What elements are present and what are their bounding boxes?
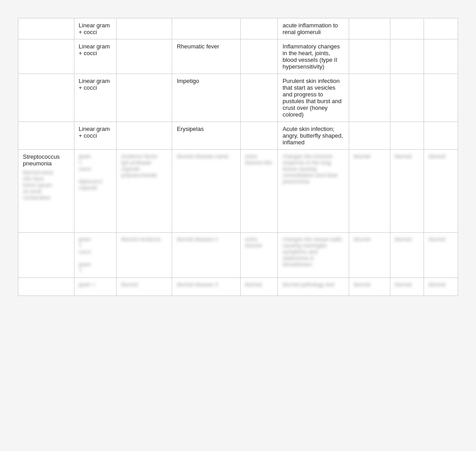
cell-extra2-blurred: blurred: [349, 150, 390, 233]
cell-pathology: Acute skin infection; angry, butterfly s…: [278, 122, 349, 150]
cell-morphology: Linear gram + cocci: [74, 74, 117, 122]
cell-pathology-blurred: changes the immune response in the lung …: [278, 150, 349, 233]
cell-extra4: [424, 39, 458, 74]
cell-pathology: Inflammatory changes in the heart, joint…: [278, 39, 349, 74]
cell-organism: [18, 122, 74, 150]
cell-disease: Impetigo: [172, 74, 240, 122]
blurred-organism-detail: blurred extrainfo herelorem ipsumsit ame…: [23, 169, 69, 201]
main-table-wrapper: Linear gram + cocci acute inflammation t…: [18, 18, 458, 296]
table-row: Linear gram + cocci Rheumatic fever Infl…: [18, 39, 458, 74]
cell-virulence-blurred: virulence factorIgA proteasecapsule poly…: [117, 150, 172, 233]
cell-morphology-blurred: gram+coccigram+: [74, 233, 117, 278]
cell-extra4-blurred: blurred: [424, 150, 458, 233]
cell-extra4-blurred: blurred: [424, 278, 458, 296]
cell-morphology: Linear gram + cocci: [74, 39, 117, 74]
cell-virulence: [117, 39, 172, 74]
cell-disease-blurred: blurred disease 3: [172, 278, 240, 296]
cell-extra3-blurred: blurred: [390, 278, 424, 296]
cell-extra2: [349, 122, 390, 150]
table-row: gram+coccigram+ blurred virulence blurre…: [18, 233, 458, 278]
cell-extra2: [349, 18, 390, 39]
cell-pathology: acute inflammation to renal glomeruli: [278, 18, 349, 39]
cell-organism: [18, 74, 74, 122]
cell-extra1-blurred: blurred: [240, 278, 278, 296]
cell-extra4-blurred: blurred: [424, 233, 458, 278]
cell-extra3-blurred: blurred: [390, 233, 424, 278]
cell-morphology-blurred: gram +: [74, 278, 117, 296]
cell-extra1: [240, 39, 278, 74]
cell-extra3: [390, 18, 424, 39]
cell-organism: [18, 278, 74, 296]
cell-disease-blurred: blurred disease name: [172, 150, 240, 233]
cell-pathology-blurred: changes the vessel walls causing meningi…: [278, 233, 349, 278]
cell-extra1: [240, 122, 278, 150]
cell-pathology: Purulent skin infection that start as ve…: [278, 74, 349, 122]
cell-virulence: [117, 122, 172, 150]
cell-disease: Rheumatic fever: [172, 39, 240, 74]
table-row: Streptococcus pneumonia blurred extrainf…: [18, 150, 458, 233]
cell-extra2-blurred: blurred: [349, 278, 390, 296]
cell-extra1-blurred: extra blurred: [240, 233, 278, 278]
cell-virulence: [117, 18, 172, 39]
table-row: Linear gram + cocci Erysipelas Acute ski…: [18, 122, 458, 150]
cell-organism: [18, 233, 74, 278]
cell-disease: Erysipelas: [172, 122, 240, 150]
cell-extra2: [349, 39, 390, 74]
cell-extra4: [424, 18, 458, 39]
cell-extra3: [390, 39, 424, 74]
cell-extra1: [240, 74, 278, 122]
cell-pathology-blurred: blurred pathology text: [278, 278, 349, 296]
cell-organism: [18, 39, 74, 74]
table-row: Linear gram + cocci acute inflammation t…: [18, 18, 458, 39]
table-row: gram + blurred blurred disease 3 blurred…: [18, 278, 458, 296]
cell-extra4: [424, 74, 458, 122]
cell-extra1-blurred: extra blurred info: [240, 150, 278, 233]
cell-organism: Streptococcus pneumonia blurred extrainf…: [18, 150, 74, 233]
cell-virulence-blurred: blurred virulence: [117, 233, 172, 278]
cell-morphology: Linear gram + cocci: [74, 18, 117, 39]
table-row: Linear gram + cocci Impetigo Purulent sk…: [18, 74, 458, 122]
cell-disease: [172, 18, 240, 39]
cell-disease-blurred: blurred disease 2: [172, 233, 240, 278]
cell-extra2-blurred: blurred: [349, 233, 390, 278]
cell-extra3: [390, 74, 424, 122]
cell-extra2: [349, 74, 390, 122]
cell-virulence-blurred: blurred: [117, 278, 172, 296]
cell-morphology-blurred: gram+coccidiplococcicapsule: [74, 150, 117, 233]
cell-organism: [18, 18, 74, 39]
cell-morphology: Linear gram + cocci: [74, 122, 117, 150]
cell-extra3-blurred: blurred: [390, 150, 424, 233]
bacteria-table: Linear gram + cocci acute inflammation t…: [18, 18, 458, 296]
cell-extra1: [240, 18, 278, 39]
cell-virulence: [117, 74, 172, 122]
cell-extra4: [424, 122, 458, 150]
cell-extra3: [390, 122, 424, 150]
